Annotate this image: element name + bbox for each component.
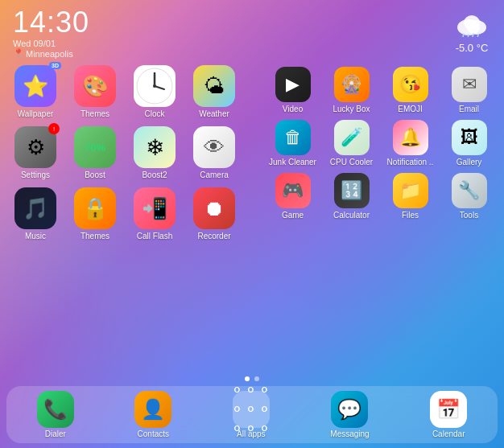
video-label: Video [283,105,303,113]
app-calculator[interactable]: 🔢 Calculator [323,171,380,221]
emoji-label: EMOJI [398,105,423,113]
gallery-label: Gallery [456,158,482,166]
tools-icon: 🔧 [452,173,487,208]
calendar-dock-label: Calendar [432,430,465,438]
contacts-dock-label: Contacts [138,430,169,438]
clock-icon [134,65,176,107]
app-boost2[interactable]: ❄ Boost2 [126,123,184,183]
app-notification[interactable]: 🔔 Notification .. [382,118,439,168]
app-wallpaper[interactable]: ⭐ 3D Wallpaper [6,62,64,121]
dock-allapps[interactable]: ⚬⚬⚬⚬⚬⚬⚬⚬⚬ All apps [233,391,270,438]
wallpaper-label: Wallpaper [18,109,54,118]
messaging-dock-label: Messaging [330,430,369,438]
settings-label: Settings [21,171,50,179]
emoji-icon: 😘 [393,67,428,102]
boost-icon: 70% [74,126,116,168]
app-boost[interactable]: 70% Boost [66,123,124,183]
svg-line-4 [468,35,469,37]
badge-notification: ! [48,123,60,134]
notification-label: Notification .. [387,158,434,166]
calculator-label: Calculator [333,211,370,220]
dock-messaging[interactable]: 💬 Messaging [330,391,369,438]
messaging-dock-icon: 💬 [331,391,368,428]
svg-line-5 [473,34,473,37]
camera-icon: 👁 [193,126,235,168]
app-recorder[interactable]: ⏺ Recorder [185,184,243,244]
svg-line-6 [477,35,478,37]
recorder-label: Recorder [197,232,230,240]
dock-calendar[interactable]: 📅 Calendar [430,391,467,438]
app-email[interactable]: ✉ Email [440,65,498,115]
app-emoji[interactable]: 😘 EMOJI [382,65,439,115]
right-row-2: 🗑 Junk Cleaner 🧪 CPU Cooler 🔔 Notificati… [264,118,498,168]
left-grid: ⭐ 3D Wallpaper 🎨 Themes Clock 🌤 Weather [6,62,264,244]
app-callflash[interactable]: 📲 Call Flash [126,184,184,244]
cloud-icon [452,11,491,37]
cpucooler-icon: 🧪 [334,120,370,155]
app-junkcleaner[interactable]: 🗑 Junk Cleaner [264,118,321,168]
recorder-icon: ⏺ [193,187,235,229]
luckybox-icon: 🎡 [334,67,370,102]
app-weather[interactable]: 🌤 Weather [185,62,243,121]
app-themes[interactable]: 🎨 Themes [66,62,124,121]
tools-label: Tools [460,211,478,220]
app-gallery[interactable]: 🖼 Gallery [440,118,498,168]
date-location: Wed 09/01 📍 Minneapolis [13,39,452,59]
badge-3d: 3D [49,62,61,69]
app-game[interactable]: 🎮 Game [264,171,321,221]
music-icon: 🎵 [14,187,56,229]
app-music[interactable]: 🎵 Music [6,184,64,244]
app-luckybox[interactable]: 🎡 Lucky Box [323,65,380,115]
svg-point-2 [464,15,480,30]
app-video[interactable]: ▶ Video [264,65,321,115]
themes2-icon: 🔒 [74,187,116,229]
junkcleaner-icon: 🗑 [275,120,311,155]
app-clock[interactable]: Clock [126,62,184,121]
files-icon: 📁 [393,173,428,208]
weather-icon-area [452,11,491,40]
right-row-3: 🎮 Game 🔢 Calculator 📁 Files 🔧 Tools [264,171,498,221]
status-bar: 14:30 Wed 09/01 📍 Minneapolis [0,0,504,62]
boost2-label: Boost2 [142,171,167,179]
weather-label: Weather [199,109,229,118]
app-settings[interactable]: ⚙ ! Settings [6,123,64,183]
left-app-grid: ⭐ 3D Wallpaper 🎨 Themes Clock 🌤 Weather [6,62,264,373]
clock-display: 14:30 [13,8,452,37]
camera-label: Camera [200,171,229,179]
app-themes2[interactable]: 🔒 Themes [66,184,124,244]
right-row-1: ▶ Video 🎡 Lucky Box 😘 EMOJI ✉ Email [264,65,498,115]
game-label: Game [282,211,304,220]
dock-contacts[interactable]: 👤 Contacts [134,391,171,438]
date-text: Wed 09/01 [13,39,452,48]
themes2-label: Themes [81,232,109,240]
dialer-dock-icon: 📞 [37,391,74,428]
gallery-icon: 🖼 [452,120,487,155]
contacts-dock-icon: 👤 [134,391,171,428]
junkcleaner-label: Junk Cleaner [269,158,316,166]
svg-point-11 [153,84,156,88]
themes-label: Themes [81,109,109,118]
settings-icon: ⚙ ! [14,126,56,168]
video-icon: ▶ [275,67,311,102]
temperature: -5.0 °C [456,42,489,54]
app-cpucooler[interactable]: 🧪 CPU Cooler [323,118,380,168]
email-label: Email [459,105,479,113]
boost2-icon: ❄ [134,126,176,168]
app-camera[interactable]: 👁 Camera [185,123,243,183]
themes-icon: 🎨 [74,65,116,107]
clock-label: Clock [144,109,164,118]
files-label: Files [402,211,419,220]
main-area: ⭐ 3D Wallpaper 🎨 Themes Clock 🌤 Weather [0,62,504,373]
dock: 📞 Dialer 👤 Contacts ⚬⚬⚬⚬⚬⚬⚬⚬⚬ All apps 💬… [6,386,498,443]
calendar-dock-icon: 📅 [430,391,467,428]
dock-dialer[interactable]: 📞 Dialer [37,391,74,438]
callflash-icon: 📲 [134,187,176,229]
email-icon: ✉ [452,67,487,102]
weather-widget: -5.0 °C [452,8,491,54]
svg-line-3 [463,34,464,37]
app-tools[interactable]: 🔧 Tools [440,171,498,221]
allapps-dock-icon: ⚬⚬⚬⚬⚬⚬⚬⚬⚬ [233,391,270,428]
app-files[interactable]: 📁 Files [382,171,439,221]
pin-icon: 📍 [13,48,24,59]
callflash-label: Call Flash [137,232,172,240]
